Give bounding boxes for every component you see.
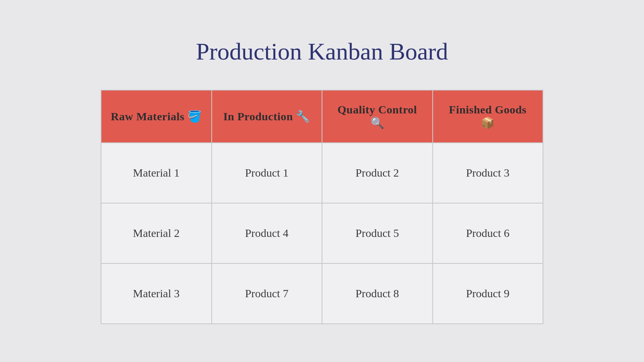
col-header-finished-goods-label: Finished Goods	[449, 103, 526, 116]
col-header-finished-goods-icon: 📦	[481, 117, 495, 129]
cell-label: Product 9	[466, 287, 510, 300]
cell-label: Product 7	[245, 287, 289, 300]
cell-label: Product 1	[245, 167, 289, 179]
col-header-in-production: In Production 🔧	[212, 90, 322, 143]
column-headers: Raw Materials 🪣 In Production 🔧 Quality …	[101, 90, 543, 143]
col-header-quality-control-icon: 🔍	[370, 117, 385, 129]
cell-product-9[interactable]: Product 9	[433, 263, 543, 324]
cell-product-8[interactable]: Product 8	[322, 263, 432, 324]
table-row: Material 3 Product 7 Product 8 Product 9	[101, 263, 543, 324]
cell-product-7[interactable]: Product 7	[212, 263, 322, 324]
table-row: Material 2 Product 4 Product 5 Product 6	[101, 203, 543, 263]
kanban-board: Raw Materials 🪣 In Production 🔧 Quality …	[101, 90, 543, 324]
cell-label: Material 3	[133, 287, 180, 300]
cell-label: Material 1	[133, 167, 180, 179]
cell-label: Material 2	[133, 227, 180, 239]
cell-product-5[interactable]: Product 5	[322, 203, 432, 263]
table-row: Material 1 Product 1 Product 2 Product 3	[101, 143, 543, 203]
cell-product-6[interactable]: Product 6	[433, 203, 543, 263]
cell-product-4[interactable]: Product 4	[212, 203, 322, 263]
col-header-raw-materials: Raw Materials 🪣	[101, 90, 212, 143]
cell-label: Product 4	[245, 227, 289, 239]
col-header-raw-materials-icon: 🪣	[188, 110, 202, 123]
cell-label: Product 2	[355, 167, 399, 179]
cell-material-1[interactable]: Material 1	[101, 143, 212, 203]
col-header-finished-goods: Finished Goods 📦	[433, 90, 543, 143]
cell-material-3[interactable]: Material 3	[101, 263, 212, 324]
col-header-raw-materials-label: Raw Materials	[111, 110, 184, 123]
cell-material-2[interactable]: Material 2	[101, 203, 212, 263]
cell-product-2[interactable]: Product 2	[322, 143, 432, 203]
col-header-in-production-icon: 🔧	[296, 110, 310, 123]
cell-label: Product 5	[355, 227, 399, 239]
cell-product-3[interactable]: Product 3	[433, 143, 543, 203]
col-header-quality-control: Quality Control 🔍	[322, 90, 432, 143]
page-title: Production Kanban Board	[196, 38, 448, 66]
cell-label: Product 3	[466, 167, 510, 179]
cell-label: Product 8	[355, 287, 399, 300]
cell-label: Product 6	[466, 227, 510, 239]
col-header-in-production-label: In Production	[223, 110, 293, 123]
cell-product-1[interactable]: Product 1	[212, 143, 322, 203]
col-header-quality-control-label: Quality Control	[338, 103, 417, 116]
